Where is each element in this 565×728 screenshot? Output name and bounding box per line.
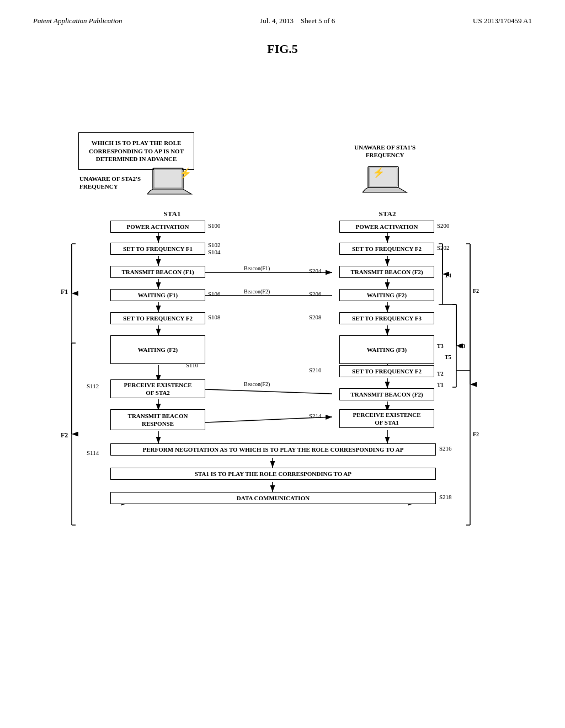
svg-text:⚡: ⚡ xyxy=(179,167,192,179)
sta1-laptop-icon: ⚡ xyxy=(147,165,197,206)
f1-left-label: F1 xyxy=(61,288,68,296)
f2-right-bottom-label: F2 xyxy=(473,431,479,437)
header-right: US 2013/170459 A1 xyxy=(473,17,532,25)
t1-label: T1 xyxy=(437,382,444,388)
s108-label: S108 xyxy=(208,314,221,320)
sta1-play-role: STA1 IS TO PLAY THE ROLE CORRESPONDING T… xyxy=(110,468,436,480)
s102-label: S102S104 xyxy=(208,242,221,256)
sta2-waiting-f3: WAITING (F3) xyxy=(339,335,434,364)
page: Patent Application Publication Jul. 4, 2… xyxy=(0,0,565,728)
sta1-set-freq-f2: SET TO FREQUENCY F2 xyxy=(110,312,205,324)
sta1-transmit-beacon-response: TRANSMIT BEACONRESPONSE xyxy=(110,409,205,430)
svg-line-22 xyxy=(205,389,332,394)
sta2-set-freq-f2: SET TO FREQUENCY F2 xyxy=(339,243,434,255)
f2-right-top-label: F2 xyxy=(473,288,479,294)
beacon-f2-label-2: Beacon(F2) xyxy=(244,381,270,388)
s106-label: S106 xyxy=(208,291,221,297)
s206-label: S206 xyxy=(309,291,322,297)
perform-negotiation: PERFORM NEGOTIATION AS TO WHICH IS TO PL… xyxy=(110,443,436,456)
svg-text:⚡: ⚡ xyxy=(372,167,385,179)
s114-label: S114 xyxy=(87,449,99,456)
t3-label: T3 xyxy=(437,343,444,349)
sta2-perceive-sta1: PERCEIVE EXISTENCEOF STA1 xyxy=(339,409,434,428)
t2-label: T2 xyxy=(437,371,444,377)
s216-label: S216 xyxy=(439,445,452,452)
data-communication: DATA COMMUNICATION xyxy=(110,492,436,504)
sta2-waiting-f2: WAITING (F2) xyxy=(339,289,434,301)
f2-left-label: F2 xyxy=(61,431,68,440)
sta2-transmit-beacon-f2-s204: TRANSMIT BEACON (F2) xyxy=(339,266,434,278)
f3-right-label: F3 xyxy=(459,343,465,349)
diagram: WHICH IS TO PLAY THE ROLE CORRESPONDING … xyxy=(45,73,520,652)
header-center: Jul. 4, 2013 Sheet 5 of 6 xyxy=(260,17,335,25)
s218-label: S218 xyxy=(439,494,452,500)
sta1-transmit-beacon-f1: TRANSMIT BEACON (F1) xyxy=(110,266,205,278)
sta1-power-activation: POWER ACTIVATION xyxy=(110,221,205,233)
note-box: WHICH IS TO PLAY THE ROLE CORRESPONDING … xyxy=(78,132,194,170)
s110-label: S110 xyxy=(186,362,198,368)
sta2-power-activation: POWER ACTIVATION xyxy=(339,221,434,233)
s100-label: S100 xyxy=(208,222,221,229)
sta1-unaware-label: UNAWARE OF STA2'SFREQUENCY xyxy=(79,175,141,191)
s214-label: S214 xyxy=(309,413,322,419)
header: Patent Application Publication Jul. 4, 2… xyxy=(33,17,532,25)
beacon-f2-label-1: Beacon(F2) xyxy=(244,288,270,295)
s112-label: S112 xyxy=(87,383,99,389)
beacon-f1-label: Beacon(F1) xyxy=(244,265,270,272)
svg-rect-53 xyxy=(154,169,182,188)
sta1-label: STA1 xyxy=(147,210,197,219)
t4-label: T4 xyxy=(445,272,451,279)
sta2-transmit-beacon-f2-s212: TRANSMIT BEACON (F2) xyxy=(339,388,434,400)
s204-label: S204 xyxy=(309,267,322,274)
sta2-laptop-icon: ⚡ xyxy=(363,164,412,205)
s208-label: S208 xyxy=(309,314,322,320)
sta1-waiting-f1: WAITING (F1) xyxy=(110,289,205,301)
s200-label: S200 xyxy=(437,222,450,229)
header-left: Patent Application Publication xyxy=(33,17,122,25)
t5-label: T5 xyxy=(445,354,451,360)
sta2-label: STA2 xyxy=(363,210,412,219)
s210-label: S210 xyxy=(309,367,322,373)
sta1-perceive-sta2: PERCEIVE EXISTENCEOF STA2 xyxy=(110,379,205,398)
sta2-set-freq-f3: SET TO FREQUENCY F3 xyxy=(339,312,434,324)
sta2-unaware-label: UNAWARE OF STA1'SFREQUENCY xyxy=(354,143,415,159)
sta1-set-freq-f1: SET TO FREQUENCY F1 xyxy=(110,243,205,255)
figure-title: FIG.5 xyxy=(33,42,532,56)
s202-label: S202 xyxy=(437,244,450,251)
sta1-waiting-f2: WAITING (F2) xyxy=(110,335,205,364)
sta2-set-freq-f2-s210: SET TO FREQUENCY F2 xyxy=(339,365,434,377)
